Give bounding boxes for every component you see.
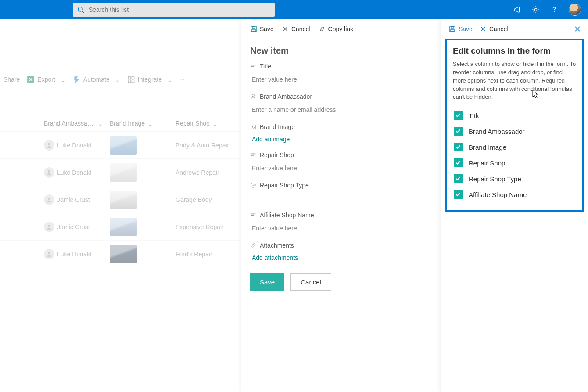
shop-input[interactable]: Enter value here (250, 161, 432, 176)
column-checkbox-item[interactable]: Brand Image (453, 139, 576, 155)
text-icon (250, 212, 256, 218)
person-icon (44, 140, 54, 151)
svg-rect-25 (251, 214, 256, 215)
add-attachments-link[interactable]: Add attachments (250, 252, 432, 264)
save-icon (449, 25, 456, 32)
column-checkbox-item[interactable]: Title (453, 108, 576, 123)
title-label: Title (250, 63, 432, 70)
column-name: Title (469, 112, 481, 119)
column-checkbox-item[interactable]: Repair Shop (453, 155, 576, 171)
persona: Jamie Crust (44, 222, 110, 232)
shoptype-label: Repair Shop Type (250, 182, 432, 189)
search-input[interactable] (89, 6, 270, 13)
svg-rect-18 (251, 66, 254, 67)
gear-icon[interactable] (532, 6, 540, 14)
thumbnail (110, 163, 137, 182)
new-item-panel: Save Cancel Copy link New item Title Ent… (241, 19, 441, 392)
column-checkbox-item[interactable]: Affiliate Shop Name (453, 187, 576, 202)
more-button[interactable]: ··· (179, 76, 185, 83)
ambassador-name: Jamie Crust (57, 223, 90, 230)
help-icon[interactable] (550, 6, 558, 14)
svg-point-13 (48, 252, 50, 254)
column-name: Repair Shop Type (469, 175, 521, 183)
person-icon (44, 167, 54, 178)
svg-rect-17 (251, 65, 256, 66)
col-header-image[interactable]: Brand Image⌄ (110, 120, 176, 127)
svg-rect-23 (251, 155, 254, 156)
save-button[interactable]: Save (250, 25, 274, 32)
svg-point-2 (534, 8, 537, 11)
save-button[interactable]: Save (449, 25, 473, 32)
megaphone-icon[interactable] (513, 6, 521, 14)
svg-point-24 (251, 183, 256, 188)
svg-point-0 (78, 7, 82, 11)
edit-cols-heading: Edit columns in the form (453, 46, 576, 56)
ambassador-name: Luke Donald (57, 169, 92, 176)
ambassador-name: Jamie Crust (57, 196, 90, 203)
svg-rect-16 (252, 29, 255, 32)
attachments-label: Attachments (250, 242, 432, 249)
checkbox-checked-icon[interactable] (454, 190, 463, 199)
share-button[interactable]: Share (4, 76, 20, 83)
save-button[interactable]: Save (250, 273, 284, 291)
edit-cols-description: Select a column to show or hide it in th… (453, 60, 576, 101)
title-input[interactable]: Enter value here (250, 72, 432, 87)
svg-point-21 (252, 126, 253, 127)
automate-button[interactable]: Automate ⌄ (73, 76, 120, 83)
ambassador-label: Brand Ambassador (250, 93, 432, 100)
person-icon (44, 222, 54, 232)
text-icon (250, 152, 256, 158)
checkbox-checked-icon[interactable] (454, 127, 463, 136)
persona: Luke Donald (44, 140, 110, 151)
svg-rect-7 (128, 80, 131, 83)
export-button[interactable]: Export ⌄ (27, 76, 65, 83)
chevron-down-icon: ⌄ (167, 76, 172, 83)
checkbox-checked-icon[interactable] (454, 111, 463, 120)
affiliate-input[interactable]: Enter value here (250, 221, 432, 236)
svg-rect-26 (251, 215, 254, 216)
checkbox-checked-icon[interactable] (454, 158, 463, 167)
close-icon (480, 25, 487, 32)
integrate-button[interactable]: Integrate ⌄ (127, 76, 172, 83)
checkbox-checked-icon[interactable] (454, 174, 463, 183)
top-bar (0, 0, 588, 19)
column-checkbox-item[interactable]: Repair Shop Type (453, 171, 576, 187)
add-image-link[interactable]: Add an image (250, 133, 432, 145)
svg-point-10 (48, 170, 50, 172)
checkbox-checked-icon[interactable] (454, 143, 463, 151)
chevron-down-icon: ⌄ (115, 76, 120, 83)
ambassador-input[interactable]: Enter a name or email address (250, 103, 432, 117)
search-box[interactable] (73, 3, 275, 17)
attachment-icon (250, 242, 256, 248)
cancel-button[interactable]: Cancel (282, 25, 311, 32)
svg-line-1 (82, 11, 84, 13)
col-header-ambassador[interactable]: Brand Ambassa… ⌄ (44, 120, 110, 127)
shoptype-input[interactable]: — (250, 191, 432, 205)
topbar-right (513, 4, 581, 16)
avatar[interactable] (569, 4, 581, 16)
svg-point-11 (48, 197, 50, 199)
choice-icon (250, 182, 256, 188)
close-icon (574, 25, 581, 32)
column-name: Repair Shop (469, 159, 505, 167)
copy-link-button[interactable]: Copy link (319, 25, 354, 32)
chevron-down-icon: ⌄ (98, 120, 103, 127)
close-panel-button[interactable] (574, 25, 581, 32)
svg-point-9 (48, 143, 50, 145)
cancel-button[interactable]: Cancel (290, 273, 331, 291)
persona: Luke Donald (44, 167, 110, 178)
thumbnail (110, 191, 137, 209)
save-icon (250, 25, 257, 32)
persona: Jamie Crust (44, 194, 110, 205)
edit-columns-box: Edit columns in the form Select a column… (445, 39, 584, 212)
svg-rect-5 (128, 76, 131, 79)
chevron-down-icon: ⌄ (61, 76, 66, 83)
chevron-down-icon: ⌄ (212, 120, 218, 127)
affiliate-label: Affiliate Shop Name (250, 212, 432, 219)
link-icon (319, 25, 326, 32)
thumbnail (110, 245, 137, 263)
cancel-button[interactable]: Cancel (480, 25, 509, 32)
image-label: Brand Image (250, 123, 432, 130)
column-checkbox-item[interactable]: Brand Ambassador (453, 123, 576, 139)
svg-rect-8 (132, 80, 134, 83)
